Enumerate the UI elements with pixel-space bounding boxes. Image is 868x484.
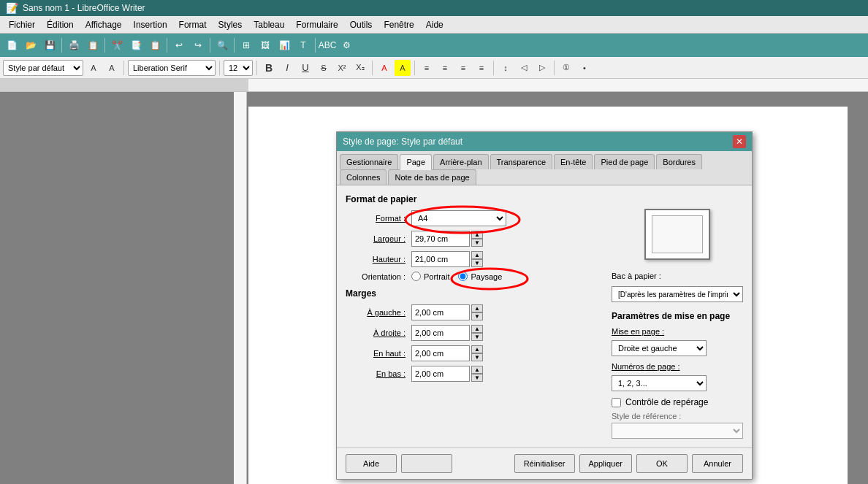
largeur-down-btn[interactable]: ▼ (471, 239, 483, 247)
tab-gestionnaire[interactable]: Gestionnaire (340, 154, 398, 169)
menu-aide[interactable]: Aide (420, 18, 449, 31)
image-button[interactable]: 🖼 (256, 37, 274, 54)
menu-outils[interactable]: Outils (344, 18, 378, 31)
largeur-input[interactable] (411, 231, 470, 247)
bas-input[interactable] (411, 366, 470, 382)
gauche-input[interactable] (411, 304, 470, 320)
gauche-down-btn[interactable]: ▼ (471, 312, 483, 320)
menu-affichage[interactable]: Affichage (80, 18, 128, 31)
dialog-title-bar: Style de page: Style par défaut ✕ (337, 132, 752, 151)
bold-button[interactable]: B (261, 60, 277, 76)
portrait-option[interactable]: Portrait (411, 272, 449, 281)
tab-colonnes[interactable]: Colonnes (340, 169, 387, 185)
paysage-radio[interactable] (458, 272, 468, 281)
style-combo[interactable]: Style par défaut (3, 60, 83, 76)
superscript-button[interactable]: X² (334, 60, 350, 76)
tab-arriere-plan[interactable]: Arrière-plan (433, 154, 488, 169)
controle-checkbox[interactable] (612, 398, 621, 407)
hauteur-up-btn[interactable]: ▲ (471, 251, 483, 259)
spell-button[interactable]: ABC (319, 37, 336, 54)
autocorrect-button[interactable]: ⚙ (338, 37, 355, 54)
paysage-option[interactable]: Paysage (458, 272, 502, 281)
align-right-button[interactable]: ≡ (455, 60, 471, 76)
droite-input[interactable] (411, 325, 470, 341)
save-button[interactable]: 💾 (41, 37, 58, 54)
cut-button[interactable]: ✂️ (108, 37, 126, 54)
dialog-close-button[interactable]: ✕ (733, 135, 746, 148)
align-left-button[interactable]: ≡ (419, 60, 435, 76)
indent-dec-button[interactable]: ◁ (516, 60, 532, 76)
haut-input[interactable] (411, 345, 470, 361)
page-style-dialog: Style de page: Style par défaut ✕ Gestio… (336, 131, 753, 480)
tab-transparence[interactable]: Transparence (490, 154, 552, 169)
tab-bordures[interactable]: Bordures (656, 154, 702, 169)
bac-combo[interactable]: [D'après les paramètres de l'imprimante] (612, 286, 743, 302)
subscript-button[interactable]: X₂ (352, 60, 368, 76)
numbering-button[interactable]: ① (558, 60, 574, 76)
portrait-radio[interactable] (411, 272, 421, 281)
annuler-button[interactable]: Annuler (692, 454, 743, 473)
menu-insertion[interactable]: Insertion (128, 18, 173, 31)
haut-up-btn[interactable]: ▲ (471, 345, 483, 353)
pdf-button[interactable]: 📋 (84, 37, 102, 54)
tab-pied-page[interactable]: Pied de page (594, 154, 655, 169)
reinitialiser-button[interactable]: Réinitialiser (514, 454, 575, 473)
fmt-sep-5 (414, 61, 415, 75)
largeur-up-btn[interactable]: ▲ (471, 231, 483, 239)
numeros-combo[interactable]: 1, 2, 3... A, B, C... a, b, c... (612, 375, 707, 391)
bullets-button[interactable]: • (576, 60, 593, 76)
chart-button[interactable]: 📊 (275, 37, 293, 54)
redo-button[interactable]: ↪ (189, 37, 207, 54)
size-combo[interactable]: 12 (224, 60, 253, 76)
style-clear-btn[interactable]: A (104, 60, 120, 76)
tab-note-bas[interactable]: Note de bas de page (388, 169, 476, 185)
format-combo[interactable]: A4 A3 Letter (411, 210, 506, 226)
menu-format[interactable]: Format (173, 18, 213, 31)
menu-tableau[interactable]: Tableau (248, 18, 290, 31)
highlight-button[interactable]: A (395, 60, 411, 76)
find-button[interactable]: 🔍 (213, 37, 231, 54)
open-button[interactable]: 📂 (22, 37, 39, 54)
indent-inc-button[interactable]: ▷ (534, 60, 550, 76)
underline-button[interactable]: U (297, 60, 313, 76)
copy-button[interactable]: 📑 (127, 37, 145, 54)
line-spacing-button[interactable]: ↕ (498, 60, 514, 76)
menu-fenetre[interactable]: Fenêtre (378, 18, 419, 31)
print-button[interactable]: 🖨️ (65, 37, 83, 54)
hauteur-down-btn[interactable]: ▼ (471, 259, 483, 267)
undo-button[interactable]: ↩ (170, 37, 188, 54)
menu-fichier[interactable]: Fichier (3, 18, 41, 31)
paste-button[interactable]: 📋 (146, 37, 164, 54)
ok-button[interactable]: OK (636, 454, 688, 473)
bas-up-btn[interactable]: ▲ (471, 366, 483, 374)
italic-button[interactable]: I (279, 60, 295, 76)
droite-up-btn[interactable]: ▲ (471, 325, 483, 333)
appliquer-button[interactable]: Appliquer (579, 454, 632, 473)
formatting-toolbar: Style par défaut A A Liberation Serif 12… (0, 57, 868, 79)
hauteur-input[interactable] (411, 251, 470, 267)
menu-styles[interactable]: Styles (213, 18, 248, 31)
droite-down-btn[interactable]: ▼ (471, 333, 483, 341)
align-justify-button[interactable]: ≡ (473, 60, 490, 76)
align-center-button[interactable]: ≡ (437, 60, 453, 76)
font-combo[interactable]: Liberation Serif (128, 60, 216, 76)
style-menu-btn[interactable]: A (85, 60, 102, 76)
toolbar-separator-5 (234, 38, 235, 53)
new-button[interactable]: 📄 (3, 37, 20, 54)
aide-button[interactable]: Aide (346, 454, 397, 473)
dialog-columns: Format de papier Format : A4 A3 Letter (346, 194, 743, 439)
strikethrough-button[interactable]: S (316, 60, 332, 76)
bas-down-btn[interactable]: ▼ (471, 374, 483, 382)
mise-en-page-combo[interactable]: Droite et gauche Miroir Seulement droite… (612, 340, 707, 356)
tab-en-tete[interactable]: En-tête (554, 154, 593, 169)
menu-formulaire[interactable]: Formulaire (290, 18, 343, 31)
menu-edition[interactable]: Édition (41, 18, 80, 31)
textbox-button[interactable]: T (294, 37, 312, 54)
gauche-up-btn[interactable]: ▲ (471, 304, 483, 312)
font-color-button[interactable]: A (376, 60, 392, 76)
style-ref-combo[interactable] (612, 423, 743, 439)
tab-page[interactable]: Page (400, 154, 432, 170)
haut-down-btn[interactable]: ▼ (471, 353, 483, 361)
table-button[interactable]: ⊞ (237, 37, 255, 54)
haut-label: En haut : (346, 349, 411, 358)
